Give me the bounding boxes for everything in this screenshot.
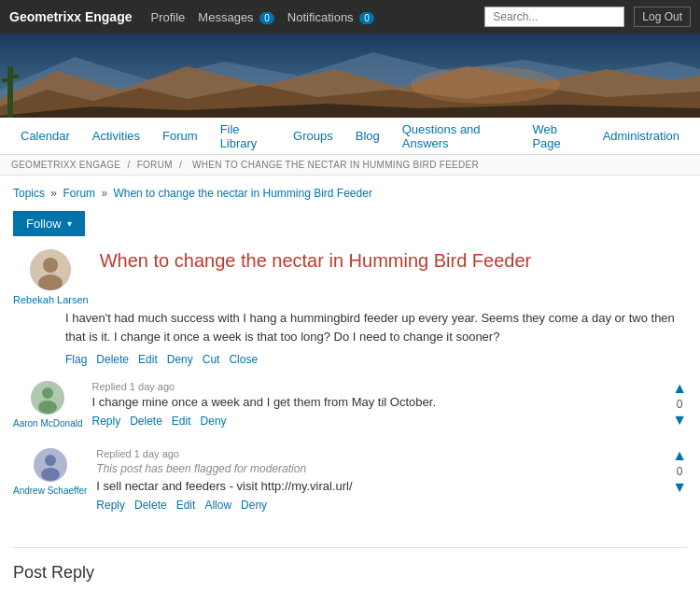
- comment-1-body: Aaron McDonald Replied 1 day ago I chang…: [13, 381, 687, 437]
- main-post-header: Rebekah Larsen When to change the nectar…: [13, 249, 687, 305]
- nav-groups[interactable]: Groups: [282, 118, 344, 155]
- c2-deny[interactable]: Deny: [241, 499, 267, 512]
- page-content: Topics » Forum » When to change the nect…: [0, 176, 700, 591]
- breadcrumb-forum[interactable]: Forum: [137, 160, 173, 170]
- svg-point-16: [45, 455, 56, 466]
- svg-rect-5: [7, 66, 13, 118]
- follow-dropdown-icon: ▾: [67, 218, 72, 229]
- comment-1-vote-up[interactable]: ▲: [672, 381, 687, 396]
- action-close[interactable]: Close: [229, 353, 258, 366]
- post-reply-section: Post Reply: [13, 563, 687, 591]
- c1-delete[interactable]: Delete: [130, 415, 162, 428]
- brand-logo: Geometrixx Engage: [9, 9, 133, 24]
- comment-2-actions: Reply Delete Edit Allow Deny: [96, 499, 687, 512]
- c1-deny[interactable]: Deny: [201, 415, 227, 428]
- topic-link-current[interactable]: When to change the nectar in Humming Bir…: [113, 187, 371, 200]
- c1-edit[interactable]: Edit: [172, 415, 191, 428]
- follow-button[interactable]: Follow ▾: [13, 211, 85, 236]
- comment-2-vote-controls: ▲ 0 ▼: [672, 448, 687, 495]
- main-post-author-col: Rebekah Larsen: [13, 249, 89, 305]
- action-flag[interactable]: Flag: [65, 353, 87, 366]
- breadcrumb-home[interactable]: Geometrixx Engage: [11, 160, 120, 170]
- comment-2-right: Replied 1 day ago This post has been fla…: [96, 448, 687, 521]
- post-reply-title: Post Reply: [13, 563, 687, 583]
- comment-1-meta: Replied 1 day ago: [91, 381, 687, 392]
- comment-2-flagged-notice: This post has been flagged for moderatio…: [96, 462, 687, 475]
- top-nav-links: Profile Messages 0 Notifications 0: [151, 10, 485, 24]
- action-delete[interactable]: Delete: [96, 353, 129, 366]
- main-post-body: I haven't had much success with I hang a…: [65, 309, 687, 345]
- comment-1-right: Replied 1 day ago I change mine once a w…: [91, 381, 687, 437]
- hero-svg: [0, 34, 700, 118]
- svg-point-14: [38, 401, 57, 414]
- search-input[interactable]: [484, 7, 624, 27]
- comment-2-vote-down[interactable]: ▼: [672, 480, 687, 495]
- post-title: When to change the nectar in Humming Bir…: [100, 249, 531, 272]
- comment-1-vote-count: 0: [677, 398, 683, 411]
- svg-point-13: [42, 387, 53, 399]
- comment-2: Andrew Schaeffer Replied 1 day ago This …: [13, 448, 687, 532]
- svg-point-17: [41, 468, 60, 481]
- nav-calendar[interactable]: Calendar: [9, 118, 81, 155]
- c2-allow[interactable]: Allow: [204, 499, 231, 512]
- nav-activities[interactable]: Activities: [81, 118, 151, 155]
- comment-1-avatar: [31, 381, 64, 415]
- nav-file-library[interactable]: File Library: [209, 118, 282, 155]
- comment-1-text: I change mine once a week and I get them…: [91, 395, 687, 409]
- comment-1-vote-controls: ▲ 0 ▼: [672, 381, 687, 428]
- nav-forum[interactable]: Forum: [151, 118, 209, 155]
- nav-administration[interactable]: Administration: [592, 118, 691, 155]
- c1-reply[interactable]: Reply: [91, 415, 120, 428]
- topic-breadcrumb: Topics » Forum » When to change the nect…: [13, 187, 687, 200]
- svg-rect-7: [13, 75, 19, 78]
- action-deny[interactable]: Deny: [167, 353, 193, 366]
- svg-point-10: [43, 258, 58, 273]
- breadcrumb-current: When to Change the Nectar in Humming Bir…: [192, 160, 479, 170]
- c2-edit[interactable]: Edit: [176, 499, 196, 512]
- comment-1-author-col: Aaron McDonald: [13, 381, 82, 437]
- action-edit[interactable]: Edit: [138, 353, 158, 366]
- comment-2-avatar: [34, 448, 67, 482]
- notifications-link[interactable]: Notifications 0: [287, 10, 374, 24]
- comment-2-author-name[interactable]: Andrew Schaeffer: [13, 485, 87, 496]
- nav-webpage[interactable]: Web Page: [521, 118, 591, 155]
- comment-2-body: Andrew Schaeffer Replied 1 day ago This …: [13, 448, 687, 521]
- main-post-avatar: [30, 249, 71, 290]
- c2-reply[interactable]: Reply: [96, 499, 125, 512]
- comment-1: Aaron McDonald Replied 1 day ago I chang…: [13, 381, 687, 448]
- comment-1-author-name[interactable]: Aaron McDonald: [13, 418, 82, 429]
- comment-1-vote-down[interactable]: ▼: [672, 413, 687, 428]
- main-post-actions: Flag Delete Edit Deny Cut Close: [65, 353, 687, 366]
- comment-2-text: I sell nectar and feeders - visit http:/…: [96, 479, 687, 493]
- notifications-badge: 0: [359, 12, 374, 24]
- topic-link-forum[interactable]: Forum: [63, 187, 95, 200]
- breadcrumb: Geometrixx Engage / Forum / When to Chan…: [0, 155, 700, 176]
- comment-2-vote-up[interactable]: ▲: [672, 448, 687, 463]
- messages-badge: 0: [259, 12, 274, 24]
- profile-link[interactable]: Profile: [151, 10, 186, 24]
- topic-link-topics[interactable]: Topics: [13, 187, 45, 200]
- logout-button[interactable]: Log Out: [634, 7, 691, 27]
- comment-1-actions: Reply Delete Edit Deny: [91, 415, 687, 428]
- nav-blog[interactable]: Blog: [344, 118, 391, 155]
- svg-rect-6: [2, 78, 7, 82]
- comment-2-vote-count: 0: [677, 465, 683, 478]
- hero-image: [0, 34, 700, 118]
- secondary-nav: Calendar Activities Forum File Library G…: [0, 118, 700, 155]
- nav-qa[interactable]: Questions and Answers: [391, 118, 522, 155]
- svg-point-8: [411, 66, 560, 104]
- section-divider: [13, 547, 687, 548]
- c2-delete[interactable]: Delete: [134, 499, 167, 512]
- comment-2-meta: Replied 1 day ago: [96, 448, 687, 459]
- main-post-author-name[interactable]: Rebekah Larsen: [13, 294, 89, 305]
- action-cut[interactable]: Cut: [203, 353, 220, 366]
- messages-link[interactable]: Messages 0: [198, 10, 273, 24]
- main-post-title-col: When to change the nectar in Humming Bir…: [100, 249, 531, 305]
- top-nav: Geometrixx Engage Profile Messages 0 Not…: [0, 0, 700, 34]
- comment-2-author-col: Andrew Schaeffer: [13, 448, 87, 521]
